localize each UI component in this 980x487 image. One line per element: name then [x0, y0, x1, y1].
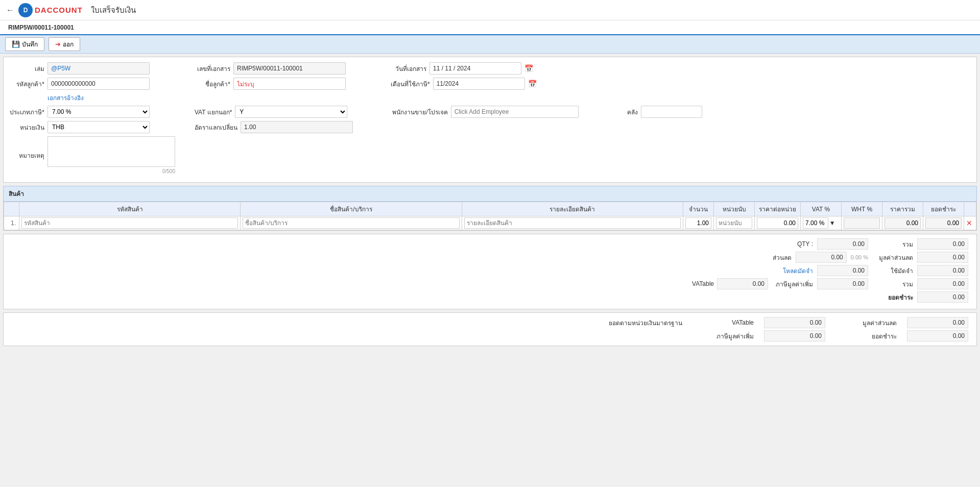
back-button[interactable]: ← — [6, 6, 14, 15]
doc-id-bar: RIMP5W/00011-100001 — [0, 20, 980, 35]
pay-total-label-bottom: ยอดชำระ — [835, 331, 897, 341]
field-customer-name-group: ชื่อลูกค้า* — [195, 78, 346, 90]
vat-dropdown-icon[interactable]: ▼ — [829, 220, 835, 227]
field-tax-type-select[interactable]: 7.00 % — [47, 106, 150, 118]
unit-input[interactable] — [716, 217, 752, 229]
cell-delete[interactable]: ✕ — [964, 216, 976, 230]
vat-input[interactable] — [803, 217, 828, 229]
products-title: สินค้า — [9, 190, 24, 198]
ref-doc-link[interactable]: เอกสารอ้างอิง — [47, 93, 84, 103]
form-section: เล่ม เลขที่เอกสาร วันที่เอกสาร 📅 รหัสลูก… — [3, 57, 977, 183]
field-book-input[interactable] — [47, 62, 150, 75]
brand-name: DACCOUNT — [35, 6, 83, 14]
summary-pay-row: ยอดชำระ 0.00 — [673, 291, 968, 303]
qty-input[interactable] — [685, 217, 711, 229]
product-detail-input[interactable] — [464, 217, 681, 229]
discount-amount-label: มูลค่าส่วนลด — [872, 253, 913, 262]
col-price: ราคาต่อหน่วย — [755, 202, 801, 216]
field-doc-date-group: วันที่เอกสาร 📅 — [391, 62, 533, 75]
field-doc-number-input[interactable] — [233, 62, 346, 75]
field-doc-date-label: วันที่เอกสาร — [391, 64, 426, 74]
qty-value: 0.00 — [817, 238, 868, 250]
products-section-header: สินค้า — [3, 186, 977, 202]
field-doc-number-group: เลขที่เอกสาร — [195, 62, 346, 75]
delete-row-button[interactable]: ✕ — [966, 219, 972, 227]
field-customer-code-input[interactable] — [47, 78, 150, 90]
vatable-group: VATable 0.00 — [673, 278, 768, 289]
field-employee-input[interactable] — [451, 106, 579, 118]
logo-icon: D — [18, 3, 33, 17]
cell-qty[interactable] — [683, 216, 714, 230]
exit-button[interactable]: ➔ ออก — [49, 37, 80, 51]
calendar-icon-2[interactable]: 📅 — [528, 80, 537, 88]
summary-container: QTY : 0.00 รวม 0.00 ส่วนลด 0.00 0.00 % ม… — [12, 238, 968, 305]
cell-vat[interactable]: ▼ — [801, 216, 842, 230]
cell-wht[interactable] — [842, 216, 882, 230]
field-warehouse-input[interactable] — [641, 106, 702, 118]
cell-pay[interactable] — [923, 216, 964, 230]
cell-product-name[interactable] — [241, 216, 462, 230]
pay-total-value: 0.00 — [917, 291, 968, 303]
field-vat-type-group: VAT แยกนอก* Y — [195, 106, 347, 118]
col-num — [4, 202, 19, 216]
price-input[interactable] — [757, 217, 798, 229]
calendar-icon[interactable]: 📅 — [524, 64, 533, 72]
page-title: ใบเสร็จรับเงิน — [91, 4, 136, 16]
field-book-label: เล่ม — [9, 64, 44, 74]
field-ref-doc-group: เอกสารอ้างอิง — [9, 93, 84, 103]
table-header-row: รหัสสินค้า ชื่อสินค้า/บริการ รายละเอียดส… — [4, 202, 976, 216]
table-row: 1. ▼ ✕ — [4, 216, 976, 230]
col-vat: VAT % — [801, 202, 842, 216]
field-currency-select[interactable]: THB — [47, 121, 150, 133]
app-logo: D DACCOUNT — [18, 3, 83, 17]
field-vat-type-select[interactable]: Y — [235, 106, 347, 118]
cell-price[interactable] — [755, 216, 801, 230]
cell-total[interactable] — [882, 216, 923, 230]
cell-product-detail[interactable] — [462, 216, 683, 230]
qty-label: QTY : — [772, 240, 813, 248]
pay-total-value-bottom: 0.00 — [907, 330, 968, 342]
products-table-wrapper: รหัสสินค้า ชื่อสินค้า/บริการ รายละเอียดส… — [3, 202, 977, 231]
summary-left: QTY : 0.00 รวม 0.00 ส่วนลด 0.00 0.00 % ม… — [673, 238, 968, 305]
summary-deduct-row: โหลดมัดจำ 0.00 ใช้มัดจำ 0.00 — [673, 265, 968, 276]
field-doc-date-input[interactable] — [429, 62, 521, 75]
field-currency-label: หน่วยเงิน — [9, 123, 44, 132]
subtotal-label: รวม — [872, 279, 913, 289]
row-num: 1. — [4, 216, 19, 230]
field-tax-month-input[interactable] — [433, 78, 525, 90]
form-row-4: ประเภทภาษี* 7.00 % VAT แยกนอก* Y พนักงาน… — [9, 106, 971, 118]
field-tax-type-label: ประเภทภาษี* — [9, 107, 44, 117]
field-customer-code-group: รหัสลูกค้า* — [9, 78, 150, 90]
vatable-value-bottom: 0.00 — [764, 317, 825, 328]
product-name-input[interactable] — [243, 217, 459, 229]
field-note-textarea[interactable] — [47, 136, 175, 167]
vat-value: 0.00 — [817, 278, 868, 289]
deposit-value: 0.00 — [917, 265, 968, 276]
subtotal-value: 0.00 — [917, 278, 968, 289]
deduct-value: 0.00 — [817, 265, 868, 276]
wht-input[interactable] — [844, 217, 880, 229]
deduct-label[interactable]: โหลดมัดจำ — [772, 266, 813, 276]
char-count: 0/500 — [47, 168, 175, 174]
field-tax-type-group: ประเภทภาษี* 7.00 % — [9, 106, 150, 118]
form-row-2: รหัสลูกค้า* ชื่อลูกค้า* เดือนที่ใช้ภาษี*… — [9, 78, 971, 90]
discount-value: 0.00 — [796, 252, 847, 263]
save-button[interactable]: 💾 บันทึก — [5, 37, 44, 51]
cell-product-code[interactable] — [19, 216, 241, 230]
col-qty: จำนวน — [683, 202, 714, 216]
field-book-group: เล่ม — [9, 62, 150, 75]
field-employee-label: พนักงานขาย/โปรเจค — [392, 107, 447, 117]
form-row-1: เล่ม เลขที่เอกสาร วันที่เอกสาร 📅 — [9, 62, 971, 75]
app-header: ← D DACCOUNT ใบเสร็จรับเงิน — [0, 0, 980, 20]
products-table: รหัสสินค้า ชื่อสินค้า/บริการ รายละเอียดส… — [4, 202, 976, 230]
discount-amount-value: 0.00 — [917, 252, 968, 263]
bottom-summary-section: ยอดตามหน่วยเงินมาตรฐาน VATable 0.00 มูลค… — [3, 312, 977, 346]
cell-unit[interactable] — [714, 216, 755, 230]
field-tax-month-label: เดือนที่ใช้ภาษี* — [391, 79, 430, 89]
total-input — [885, 217, 921, 229]
field-customer-name-input[interactable] — [233, 78, 346, 90]
field-currency-group: หน่วยเงิน THB — [9, 121, 150, 133]
product-code-input[interactable] — [21, 217, 238, 229]
field-vat-type-label: VAT แยกนอก* — [195, 107, 232, 117]
field-customer-name-label: ชื่อลูกค้า* — [195, 79, 230, 89]
